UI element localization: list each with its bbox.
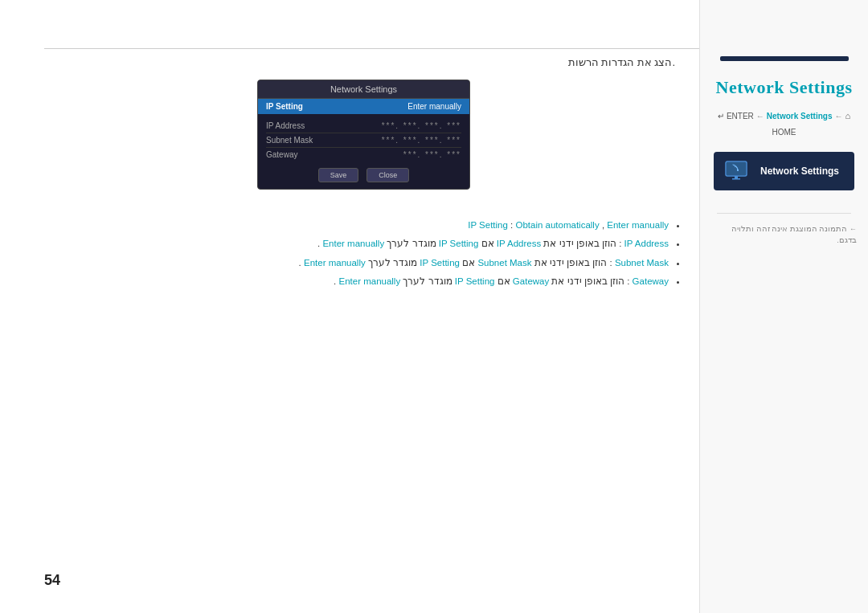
note-arrow: ←: [847, 225, 857, 233]
row-value-ip: ***. ***. ***. ***: [382, 121, 461, 130]
sidebar-top-bar: [720, 56, 849, 61]
row-label-subnet: Subnet Mask: [266, 136, 313, 145]
highlight-subnet-field: Subnet Mask: [477, 258, 531, 268]
row-label-gateway: Gateway: [266, 150, 297, 159]
intro-text: .הצג את הגדרות הרשות: [44, 56, 683, 68]
arrow2: ←: [834, 110, 842, 123]
sidebar-title: Network Settings: [716, 77, 853, 98]
dialog-rows: IP Address ***. ***. ***. *** Subnet Mas…: [258, 114, 469, 161]
highlight-ip-address-field: IP Address: [497, 239, 541, 248]
dialog-row-gateway: Gateway ***. ***. ***: [266, 148, 461, 161]
dialog-title: Network Settings: [258, 80, 469, 99]
home-label: HOME: [772, 126, 796, 139]
home-icon: ⌂: [845, 109, 850, 124]
row-value-gateway: ***. ***. ***: [403, 150, 461, 159]
ns-card-label: Network Settings: [760, 166, 839, 177]
svg-point-4: [737, 170, 739, 171]
save-button[interactable]: Save: [318, 168, 359, 182]
row-value-subnet: ***. ***. ***. ***: [382, 136, 461, 145]
dialog-buttons: Save Close: [258, 161, 469, 189]
bullet-list: IP Setting : Obtain automatically , Ente…: [44, 219, 683, 288]
page-number: 54: [44, 572, 60, 589]
ip-setting-label: IP Setting: [266, 102, 303, 111]
main-content: .הצג את הגדרות הרשות Network Settings IP…: [44, 56, 683, 565]
arrow1: ←: [756, 110, 764, 123]
list-item-1: IP Setting : Obtain automatically , Ente…: [44, 219, 669, 232]
list-item-2: IP Address : הוזן באופן ידני את IP Addre…: [44, 237, 669, 251]
sidebar-note: ← התמונה המוצגת אינה זהה ותלויה בדגם.: [700, 223, 868, 247]
svg-rect-1: [727, 162, 746, 175]
breadcrumb: ↵ ENTER ← Network Settings ← ⌂ HOME: [700, 109, 868, 139]
dialog-ip-bar: IP Setting Enter manually: [258, 99, 469, 114]
highlight-ip-address-1: IP Address: [624, 239, 669, 248]
highlight-subnet-1: Subnet Mask: [615, 258, 669, 268]
dialog-row-ip: IP Address ***. ***. ***. ***: [266, 119, 461, 133]
highlight-ip-setting-2: IP Setting: [439, 239, 479, 248]
highlight-enter-manually-2: Enter manually: [322, 239, 384, 248]
svg-rect-2: [735, 176, 738, 178]
ip-setting-value: Enter manually: [407, 102, 461, 111]
enter-label: ENTER: [727, 110, 754, 123]
highlight-gateway-1: Gateway: [633, 276, 669, 286]
highlight-enter-manually-4: Enter manually: [338, 276, 400, 286]
close-button[interactable]: Close: [366, 168, 409, 182]
enter-icon: ↵: [718, 110, 724, 123]
row-label-ip: IP Address: [266, 121, 305, 130]
highlight-enter-manually-1: Enter manually: [607, 220, 669, 230]
list-item-4: Gateway : הוזן באופן ידני את Gateway אם …: [44, 275, 669, 288]
highlight-ip-setting-1: IP Setting: [468, 220, 508, 230]
highlight-ip-setting-4: IP Setting: [455, 276, 495, 286]
network-settings-dialog: Network Settings IP Setting Enter manual…: [257, 80, 470, 190]
sidebar-divider: [717, 213, 851, 214]
highlight-gateway-field: Gateway: [513, 276, 549, 286]
highlight-ip-setting-3: IP Setting: [420, 258, 460, 268]
highlight-obtain: Obtain automatically: [515, 220, 599, 230]
dialog-wrapper: Network Settings IP Setting Enter manual…: [44, 80, 683, 206]
monitor-wifi-icon: [723, 160, 752, 182]
note-text: התמונה המוצגת אינה זהה ותלויה בדגם.: [731, 224, 857, 245]
network-settings-card: Network Settings: [714, 152, 854, 190]
svg-rect-3: [732, 178, 740, 180]
dialog-row-subnet: Subnet Mask ***. ***. ***. ***: [266, 133, 461, 148]
right-sidebar: Network Settings ↵ ENTER ← Network Setti…: [699, 0, 868, 613]
active-breadcrumb: Network Settings: [767, 110, 833, 123]
list-item-3: Subnet Mask : הוזן באופן ידני את Subnet …: [44, 256, 669, 270]
highlight-enter-manually-3: Enter manually: [304, 258, 366, 268]
